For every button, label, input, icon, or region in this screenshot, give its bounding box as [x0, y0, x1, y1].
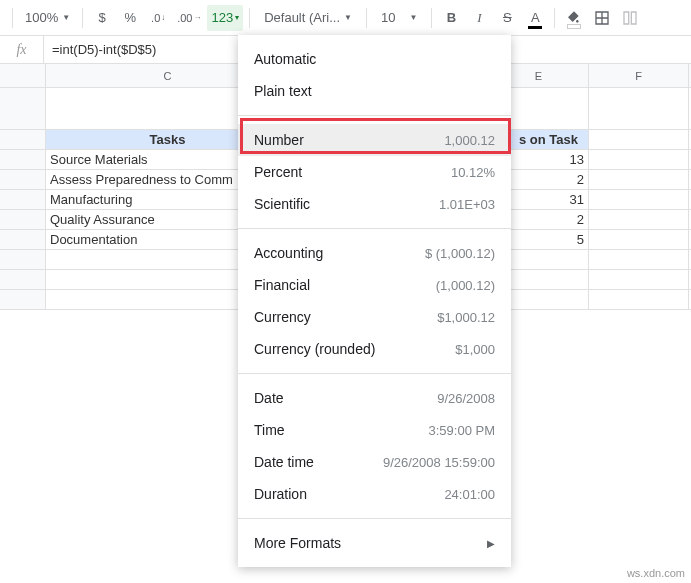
menu-separator: [238, 228, 511, 229]
row-header[interactable]: [0, 130, 46, 149]
merge-cells-button[interactable]: [617, 5, 643, 31]
watermark: ws.xdn.com: [627, 567, 685, 579]
separator: [554, 8, 555, 28]
menu-item-accounting[interactable]: Accounting $ (1,000.12): [238, 237, 511, 269]
separator: [366, 8, 367, 28]
borders-icon: [594, 10, 610, 26]
row-header[interactable]: [0, 150, 46, 169]
menu-item-more-formats[interactable]: More Formats ▶: [238, 527, 511, 559]
cell[interactable]: [589, 150, 689, 169]
chevron-down-icon: ▼: [409, 13, 417, 22]
format-sample: 1.01E+03: [439, 197, 495, 212]
menu-item-datetime[interactable]: Date time 9/26/2008 15:59:00: [238, 446, 511, 478]
cell[interactable]: [589, 210, 689, 229]
menu-item-time[interactable]: Time 3:59:00 PM: [238, 414, 511, 446]
text-color-button[interactable]: A: [522, 5, 548, 31]
cell[interactable]: [589, 250, 689, 269]
separator: [249, 8, 250, 28]
zoom-dropdown[interactable]: 100% ▼: [19, 10, 76, 25]
down-arrow-icon: ↓: [161, 13, 165, 22]
fill-color-button[interactable]: [561, 5, 587, 31]
format-sample: 10.12%: [451, 165, 495, 180]
row-header[interactable]: [0, 270, 46, 289]
format-sample: 9/26/2008 15:59:00: [383, 455, 495, 470]
font-family-dropdown[interactable]: Default (Ari... ▼: [256, 10, 360, 25]
cell[interactable]: [589, 88, 689, 129]
menu-separator: [238, 518, 511, 519]
fx-label: fx: [0, 36, 44, 63]
column-header-f[interactable]: F: [589, 64, 689, 88]
toolbar: 100% ▼ $ % .0 ↓ .00 → 123 ▾ Default (Ari…: [0, 0, 691, 36]
right-arrow-icon: →: [193, 13, 201, 22]
format-sample: $ (1,000.12): [425, 246, 495, 261]
paint-bucket-icon: [566, 10, 582, 26]
row-header[interactable]: [0, 170, 46, 189]
row-header[interactable]: [0, 230, 46, 249]
menu-item-scientific[interactable]: Scientific 1.01E+03: [238, 188, 511, 220]
bold-button[interactable]: B: [438, 5, 464, 31]
cell[interactable]: [589, 190, 689, 209]
more-formats-button[interactable]: 123 ▾: [207, 5, 243, 31]
separator: [82, 8, 83, 28]
merge-icon: [622, 10, 638, 26]
cell[interactable]: [589, 130, 689, 149]
cell[interactable]: [589, 290, 689, 309]
row-header[interactable]: [0, 210, 46, 229]
row-header[interactable]: [0, 88, 46, 129]
menu-item-currency-rounded[interactable]: Currency (rounded) $1,000: [238, 333, 511, 365]
menu-item-currency[interactable]: Currency $1,000.12: [238, 301, 511, 333]
row-header[interactable]: [0, 250, 46, 269]
chevron-down-icon: ▼: [344, 13, 352, 22]
chevron-down-icon: ▼: [62, 13, 70, 22]
menu-item-date[interactable]: Date 9/26/2008: [238, 382, 511, 414]
borders-button[interactable]: [589, 5, 615, 31]
format-sample: (1,000.12): [436, 278, 495, 293]
separator: [12, 8, 13, 28]
format-sample: 3:59:00 PM: [429, 423, 496, 438]
italic-button[interactable]: I: [466, 5, 492, 31]
format-sample: $1,000: [455, 342, 495, 357]
format-sample: $1,000.12: [437, 310, 495, 325]
format-sample: 1,000.12: [444, 133, 495, 148]
cell[interactable]: [589, 170, 689, 189]
menu-item-duration[interactable]: Duration 24:01:00: [238, 478, 511, 510]
chevron-right-icon: ▶: [487, 538, 495, 549]
decrease-decimal-button[interactable]: .0 ↓: [145, 5, 171, 31]
corner-cell[interactable]: [0, 64, 46, 87]
format-percent-button[interactable]: %: [117, 5, 143, 31]
menu-item-plain-text[interactable]: Plain text: [238, 75, 511, 107]
menu-item-financial[interactable]: Financial (1,000.12): [238, 269, 511, 301]
cell[interactable]: [589, 230, 689, 249]
menu-separator: [238, 115, 511, 116]
zoom-value: 100%: [25, 10, 58, 25]
format-sample: 24:01:00: [444, 487, 495, 502]
chevron-down-icon: ▾: [235, 13, 239, 22]
format-currency-button[interactable]: $: [89, 5, 115, 31]
menu-separator: [238, 373, 511, 374]
strikethrough-button[interactable]: S: [494, 5, 520, 31]
format-sample: 9/26/2008: [437, 391, 495, 406]
number-format-menu: Automatic Plain text Number 1,000.12 Per…: [238, 35, 511, 567]
menu-item-percent[interactable]: Percent 10.12%: [238, 156, 511, 188]
cell[interactable]: [589, 270, 689, 289]
row-header[interactable]: [0, 190, 46, 209]
menu-item-number[interactable]: Number 1,000.12: [238, 124, 511, 156]
menu-item-automatic[interactable]: Automatic: [238, 43, 511, 75]
row-header[interactable]: [0, 290, 46, 309]
font-size-dropdown[interactable]: 10 ▼: [373, 10, 425, 25]
separator: [431, 8, 432, 28]
increase-decimal-button[interactable]: .00 →: [173, 5, 205, 31]
